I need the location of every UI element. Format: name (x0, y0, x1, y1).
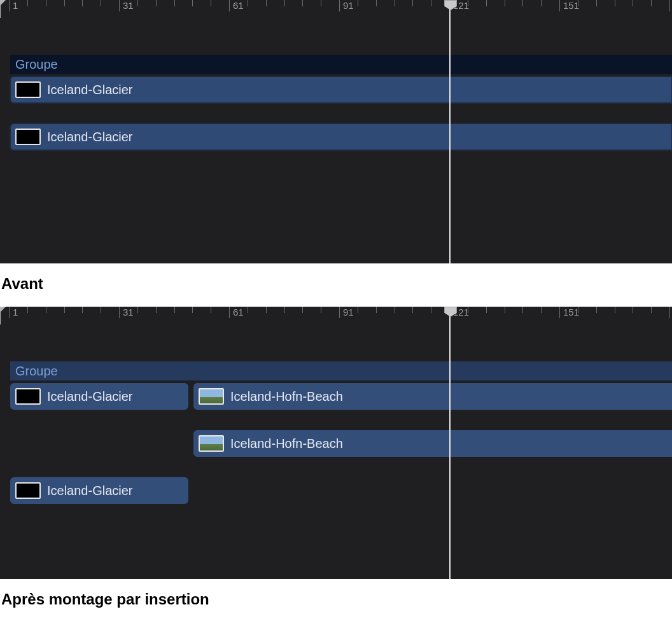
ruler-label: 31 (120, 0, 134, 11)
caption-before: Avant (0, 263, 672, 307)
tracks-area[interactable]: Groupe Iceland-GlacierIceland-Glacier (0, 19, 672, 263)
ruler-label: 91 (340, 0, 354, 11)
ruler-label: 61 (230, 307, 244, 318)
timeline-clip[interactable]: Iceland-Hofn-Beach (193, 383, 672, 410)
ruler-label: 1 (10, 307, 18, 318)
ruler-label: 151 (561, 307, 579, 318)
clip-thumbnail (15, 129, 41, 145)
ruler-label: 151 (561, 0, 579, 11)
clip-thumbnail (199, 388, 224, 405)
playhead[interactable] (449, 0, 451, 263)
clip-thumbnail (199, 435, 224, 452)
group-header[interactable]: Groupe (10, 361, 672, 380)
timeline-clip[interactable]: Iceland-Glacier (10, 383, 188, 410)
timeline-clip[interactable]: Iceland-Glacier (10, 76, 672, 103)
ruler[interactable]: 1316191121151181 (0, 307, 672, 326)
ruler[interactable]: 1316191121151181 (0, 0, 672, 19)
timeline-after: 1316191121151181 Groupe Iceland-GlacierI… (0, 307, 672, 579)
timeline-clip[interactable]: Iceland-Glacier (10, 477, 188, 504)
clip-thumbnail (15, 388, 41, 405)
ruler-label: 1 (10, 0, 18, 11)
group-label: Groupe (10, 364, 58, 378)
caption-after: Après montage par insertion (0, 579, 672, 621)
clip-label: Iceland-Glacier (47, 130, 133, 144)
ruler-label: 61 (230, 0, 244, 11)
group-label: Groupe (10, 57, 58, 71)
playhead[interactable] (449, 307, 451, 579)
timeline-before: 1316191121151181 Groupe Iceland-GlacierI… (0, 0, 672, 263)
clip-label: Iceland-Glacier (47, 484, 133, 498)
clip-label: Iceland-Hofn-Beach (230, 389, 343, 404)
clip-thumbnail (15, 81, 41, 98)
clip-label: Iceland-Glacier (47, 83, 133, 97)
ruler-label: 91 (340, 307, 354, 318)
group-header[interactable]: Groupe (10, 55, 672, 74)
clip-label: Iceland-Hofn-Beach (230, 436, 343, 451)
timeline-clip[interactable]: Iceland-Glacier (10, 123, 672, 150)
ruler-label: 31 (120, 307, 134, 318)
tracks-area[interactable]: Groupe Iceland-GlacierIceland-Hofn-Beach… (0, 326, 672, 579)
clip-label: Iceland-Glacier (47, 389, 133, 404)
timeline-clip[interactable]: Iceland-Hofn-Beach (193, 430, 672, 457)
clip-thumbnail (15, 482, 41, 499)
